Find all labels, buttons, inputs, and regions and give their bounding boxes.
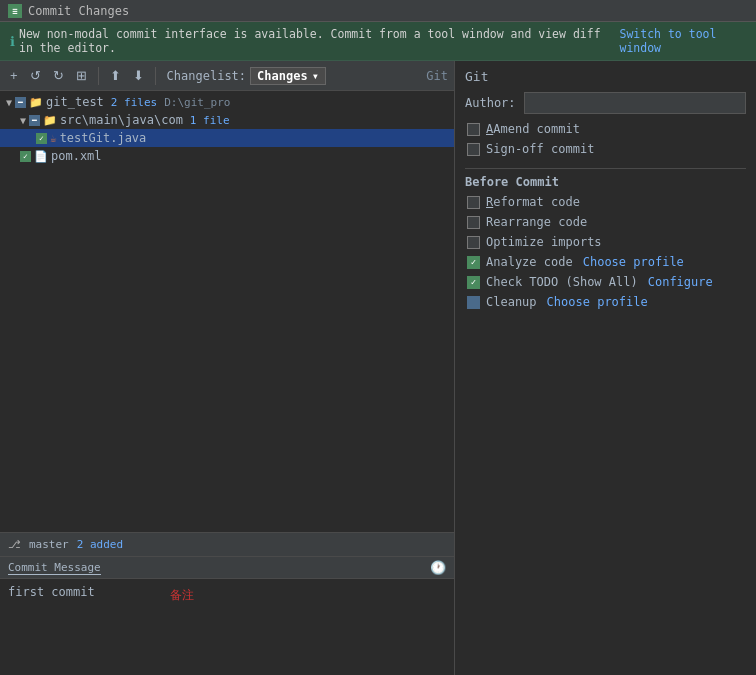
git-section-title: Git bbox=[465, 69, 746, 84]
tree-item-meta-root: 2 files bbox=[111, 96, 157, 109]
rearrange-row: Rearrange code bbox=[465, 215, 746, 229]
tree-collapse-icon-src: ▼ bbox=[20, 115, 26, 126]
status-bar: ⎇ master 2 added bbox=[0, 532, 454, 556]
git-label: Git bbox=[426, 69, 448, 83]
info-icon: ℹ bbox=[10, 34, 15, 49]
tree-checkbox-root[interactable]: ━ bbox=[15, 97, 26, 108]
cleanup-profile-link[interactable]: Choose profile bbox=[547, 295, 648, 309]
tree-item-meta-src: 1 file bbox=[190, 114, 230, 127]
tree-item-name-src: src\main\java\com bbox=[60, 113, 183, 127]
rearrange-label: Rearrange code bbox=[486, 215, 587, 229]
tree-item-path-root: D:\git_pro bbox=[164, 96, 230, 109]
tree-item-name-testgit: testGit.java bbox=[60, 131, 147, 145]
right-panel: Git Author: AAmend commit Sign-off commi… bbox=[455, 61, 756, 675]
signoff-commit-row: Sign-off commit bbox=[465, 142, 746, 156]
commit-message-area: Commit Message 🕐 first commit 备注 bbox=[0, 556, 454, 675]
tree-checkbox-src[interactable]: ━ bbox=[29, 115, 40, 126]
analyze-checkbox[interactable]: ✓ bbox=[467, 256, 480, 269]
commit-message-container: first commit 备注 bbox=[0, 579, 454, 675]
changelist-label: Changelist: bbox=[167, 69, 246, 83]
move-down-btn[interactable]: ⬇ bbox=[129, 66, 148, 85]
commit-message-input[interactable]: first commit bbox=[0, 579, 454, 675]
switch-tool-window-link[interactable]: Switch to tool window bbox=[619, 27, 746, 55]
amend-commit-row: AAmend commit bbox=[465, 122, 746, 136]
window-title: Commit Changes bbox=[28, 4, 129, 18]
xml-file-icon: 📄 bbox=[34, 150, 48, 163]
analyze-profile-link[interactable]: Choose profile bbox=[583, 255, 684, 269]
amend-commit-checkbox[interactable] bbox=[467, 123, 480, 136]
java-file-icon: ☕ bbox=[50, 132, 57, 145]
tree-item-testgit[interactable]: ✓ ☕ testGit.java bbox=[0, 129, 454, 147]
todo-checkbox[interactable]: ✓ bbox=[467, 276, 480, 289]
tree-checkbox-pom[interactable]: ✓ bbox=[20, 151, 31, 162]
refresh-btn[interactable]: ↻ bbox=[49, 66, 68, 85]
tree-item-pom[interactable]: ✓ 📄 pom.xml bbox=[0, 147, 454, 165]
folder-icon-src: 📁 bbox=[43, 114, 57, 127]
author-input[interactable] bbox=[524, 92, 746, 114]
author-label: Author: bbox=[465, 96, 516, 110]
commit-annotation: 备注 bbox=[170, 587, 194, 604]
todo-row: ✓ Check TODO (Show All) Configure bbox=[465, 275, 746, 289]
signoff-commit-label: Sign-off commit bbox=[486, 142, 594, 156]
optimize-checkbox[interactable] bbox=[467, 236, 480, 249]
dropdown-arrow-icon: ▾ bbox=[312, 69, 319, 83]
tree-item-name-pom: pom.xml bbox=[51, 149, 102, 163]
reformat-row: Reformat code bbox=[465, 195, 746, 209]
todo-label: Check TODO (Show All) bbox=[486, 275, 638, 289]
reformat-label: Reformat code bbox=[486, 195, 580, 209]
signoff-commit-checkbox[interactable] bbox=[467, 143, 480, 156]
undo-btn[interactable]: ↺ bbox=[26, 66, 45, 85]
title-bar: ≡ Commit Changes bbox=[0, 0, 756, 22]
changelist-value: Changes bbox=[257, 69, 308, 83]
tree-item-root[interactable]: ▼ ━ 📁 git_test 2 files D:\git_pro bbox=[0, 93, 454, 111]
branch-name: master bbox=[29, 538, 69, 551]
cleanup-checkbox[interactable] bbox=[467, 296, 480, 309]
info-bar: ℹ New non-modal commit interface is avai… bbox=[0, 22, 756, 61]
move-up-btn[interactable]: ⬆ bbox=[106, 66, 125, 85]
tree-collapse-icon: ▼ bbox=[6, 97, 12, 108]
cleanup-label: Cleanup bbox=[486, 295, 537, 309]
commit-message-label: Commit Message bbox=[8, 561, 101, 575]
analyze-label: Analyze code bbox=[486, 255, 573, 269]
group-btn[interactable]: ⊞ bbox=[72, 66, 91, 85]
changelist-dropdown[interactable]: Changes ▾ bbox=[250, 67, 326, 85]
main-area: + ↺ ↻ ⊞ ⬆ ⬇ Changelist: Changes ▾ Git ▼ … bbox=[0, 61, 756, 675]
reformat-checkbox[interactable] bbox=[467, 196, 480, 209]
left-panel: + ↺ ↻ ⊞ ⬆ ⬇ Changelist: Changes ▾ Git ▼ … bbox=[0, 61, 455, 675]
section-divider bbox=[465, 168, 746, 169]
optimize-row: Optimize imports bbox=[465, 235, 746, 249]
added-count: 2 added bbox=[77, 538, 123, 551]
analyze-row: ✓ Analyze code Choose profile bbox=[465, 255, 746, 269]
git-author-field: Author: bbox=[465, 92, 746, 114]
optimize-label: Optimize imports bbox=[486, 235, 602, 249]
info-text: New non-modal commit interface is availa… bbox=[19, 27, 615, 55]
tree-item-src[interactable]: ▼ ━ 📁 src\main\java\com 1 file bbox=[0, 111, 454, 129]
branch-icon: ⎇ bbox=[8, 538, 21, 551]
separator-2 bbox=[155, 67, 156, 85]
todo-configure-link[interactable]: Configure bbox=[648, 275, 713, 289]
file-tree: ▼ ━ 📁 git_test 2 files D:\git_pro ▼ ━ 📁 … bbox=[0, 91, 454, 532]
tree-checkbox-testgit[interactable]: ✓ bbox=[36, 133, 47, 144]
commit-message-header: Commit Message 🕐 bbox=[0, 557, 454, 579]
cleanup-row: Cleanup Choose profile bbox=[465, 295, 746, 309]
tree-item-name-root: git_test bbox=[46, 95, 104, 109]
amend-commit-label: AAmend commit bbox=[486, 122, 580, 136]
before-commit-title: Before Commit bbox=[465, 175, 746, 189]
app-icon: ≡ bbox=[8, 4, 22, 18]
rearrange-checkbox[interactable] bbox=[467, 216, 480, 229]
separator-1 bbox=[98, 67, 99, 85]
commit-toolbar: + ↺ ↻ ⊞ ⬆ ⬇ Changelist: Changes ▾ Git bbox=[0, 61, 454, 91]
clock-icon: 🕐 bbox=[430, 560, 446, 575]
folder-icon: 📁 bbox=[29, 96, 43, 109]
add-btn[interactable]: + bbox=[6, 66, 22, 85]
